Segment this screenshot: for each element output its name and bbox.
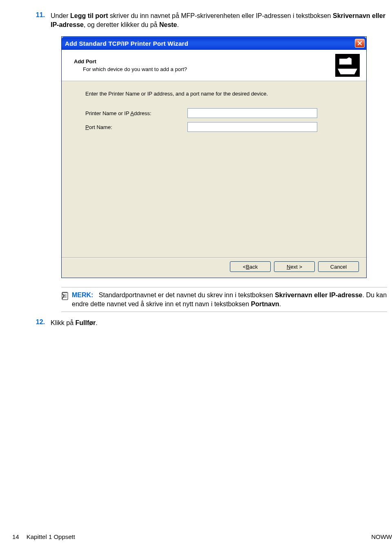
port-name-input[interactable] [187,122,317,132]
dialog-body: Enter the Printer Name or IP address, an… [62,82,366,257]
accel: B [246,264,249,270]
instruction-text: Enter the Printer Name or IP address, an… [85,91,354,97]
bold: Fullfør [75,319,96,326]
step-number: 11. [12,11,51,29]
header-text: Add Port For which device do you want to… [74,58,335,72]
bold: Neste [159,21,177,28]
back-button[interactable]: < Back [230,261,271,272]
printer-name-label: Printer Name or IP Address: [85,110,187,116]
text: ort Name: [89,124,112,130]
add-port-wizard-dialog: Add Standard TCP/IP Printer Port Wizard … [61,36,367,278]
text: ddress: [134,110,151,116]
header-title: Add Port [74,58,335,65]
header-subtitle: For which device do you want to add a po… [74,66,335,72]
dialog-header: Add Port For which device do you want to… [62,50,366,81]
text: < [243,264,246,270]
text: Klikk på [51,319,75,326]
text: skriver du inn navnet på MFP-skriverenhe… [108,12,332,19]
text: . [279,301,281,307]
close-icon[interactable] [355,39,365,48]
printer-name-row: Printer Name or IP Address: [85,108,354,118]
step-12: 12. Klikk på Fullfør. [12,318,392,327]
text: . [96,319,97,326]
note-icon [61,291,72,308]
port-name-label: Port Name: [85,124,187,130]
page-footer: 14 Kapittel 1 Oppsett NOWW [12,533,392,540]
text: Under [51,12,70,19]
text: . [177,21,179,28]
printer-name-input[interactable] [187,108,317,118]
cancel-button[interactable]: Cancel [318,261,359,272]
window-title: Add Standard TCP/IP Printer Port Wizard [65,40,355,47]
note-block: MERK: Standardportnavnet er det navnet d… [61,287,387,312]
text: , og deretter klikker du på [84,21,159,28]
button-row: < Back Next > Cancel [62,258,366,278]
note-label: MERK: [72,292,93,298]
accel: P [85,124,89,130]
step-text: Under Legg til port skriver du inn navne… [51,11,388,29]
note-text: MERK: Standardportnavnet er det navnet d… [72,291,387,308]
text: ext > [290,264,302,270]
titlebar[interactable]: Add Standard TCP/IP Printer Port Wizard [62,37,366,50]
step-11: 11. Under Legg til port skriver du inn n… [12,11,392,29]
accel: A [130,110,134,116]
page-number: 14 [12,533,27,540]
accel: N [287,264,290,270]
footer-right: NOWW [371,533,392,540]
text: Standardportnavnet er det navnet du skre… [99,292,275,298]
bold: Legg til port [70,12,108,19]
text: Cancel [330,264,347,270]
text: Printer Name or IP [85,110,130,116]
text: ack [249,264,258,270]
step-number: 12. [12,318,51,327]
printer-icon [335,54,360,77]
port-name-row: Port Name: [85,122,354,132]
bold: Skrivernavn eller IP-adresse [275,292,362,298]
bold: Portnavn [251,301,279,307]
step-text: Klikk på Fullfør. [51,318,388,327]
next-button[interactable]: Next > [274,261,315,272]
spacer [93,292,98,298]
chapter-title: Kapittel 1 Oppsett [27,533,371,540]
